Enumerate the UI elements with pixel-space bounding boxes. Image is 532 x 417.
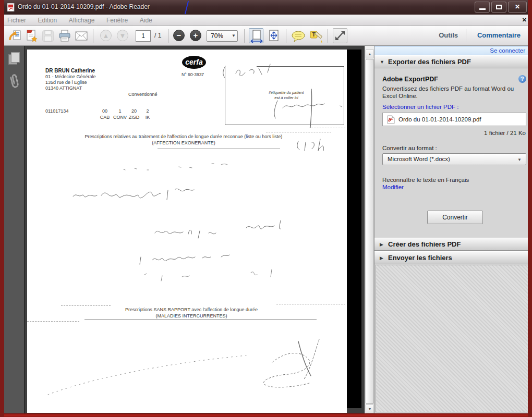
- scan-edge-black-strip: [347, 50, 361, 408]
- sign-in-link[interactable]: Se connecter: [490, 47, 525, 54]
- section-create-pdf[interactable]: ▶ Créer des fichiers PDF: [374, 238, 532, 251]
- page-total-label: / 1: [154, 32, 161, 39]
- next-page-button[interactable]: ▼: [117, 30, 128, 41]
- section-send-files[interactable]: ▶ Envoyer les fichiers: [374, 251, 532, 264]
- fit-width-button[interactable]: [249, 28, 263, 43]
- attachments-button[interactable]: [5, 71, 23, 92]
- menubar-close-icon[interactable]: ✕: [522, 17, 527, 23]
- toolbar-separator: [93, 29, 93, 43]
- pdf-app-icon: [7, 3, 15, 11]
- chevron-down-icon: ▼: [232, 33, 236, 38]
- svg-text:T: T: [312, 32, 315, 38]
- scroll-up-button[interactable]: ▲: [366, 50, 374, 58]
- fit-width-icon: [250, 29, 263, 43]
- title-bar: Ordo du 01-01-2014-10209.pdf - Adobe Rea…: [0, 0, 532, 15]
- ocr-language-label: Reconnaître le texte en Français: [382, 177, 469, 183]
- file-meta: 1 fichier / 21 Ko: [484, 130, 526, 136]
- page-thumbnails-button[interactable]: [7, 51, 22, 67]
- expand-icon: ▶: [380, 242, 383, 247]
- format-value: Microsoft Word (*.docx): [388, 156, 450, 162]
- minus-icon: −: [174, 30, 184, 41]
- email-button[interactable]: [75, 30, 88, 42]
- maximize-icon: [496, 5, 502, 9]
- expand-icon: ▶: [380, 255, 383, 261]
- sign-in-bar: Se connecter: [374, 46, 532, 55]
- fullscreen-button[interactable]: [333, 28, 347, 43]
- convert-button[interactable]: Convertir: [427, 211, 483, 224]
- document-pane: DR BRUN Catherine 01 - Médecine Générale…: [26, 46, 365, 413]
- zoom-level-combobox[interactable]: 70% ▼: [207, 30, 238, 42]
- create-pdf-button[interactable]: [25, 29, 38, 43]
- menu-bar: Fichier Edition Affichage Fenêtre Aide ✕: [0, 15, 532, 26]
- minimize-icon: [479, 8, 486, 10]
- exportpdf-description: Convertissez des fichiers PDF au format …: [382, 85, 514, 92]
- menu-aide[interactable]: Aide: [140, 15, 152, 26]
- comment-bubble-button[interactable]: [291, 30, 306, 43]
- modify-link[interactable]: Modifier: [382, 184, 404, 190]
- close-button[interactable]: ✕: [508, 2, 527, 13]
- format-dropdown[interactable]: Microsoft Word (*.docx) ▼: [382, 153, 526, 165]
- toolbar-separator: [328, 29, 328, 43]
- section-export-pdf[interactable]: ▼ Exporter des fichiers PDF: [374, 55, 532, 68]
- selected-file-name: Ordo du 01-01-2014-10209.pdf: [398, 116, 481, 122]
- vertical-scrollbar[interactable]: ▲ ▼: [365, 46, 374, 413]
- menu-affichage[interactable]: Affichage: [69, 15, 95, 26]
- section-export-label: Exporter des fichiers PDF: [388, 58, 471, 66]
- pages-icon: [11, 52, 20, 63]
- scrollbar-thumb[interactable]: [366, 59, 374, 404]
- page-number-input[interactable]: 1: [136, 30, 151, 42]
- menu-fenetre[interactable]: Fenêtre: [106, 15, 128, 26]
- chevron-down-icon: ▼: [517, 157, 522, 162]
- format-label: Convertir au format :: [382, 145, 437, 151]
- empty-panel-hatch: [376, 265, 531, 412]
- pdf-page[interactable]: DR BRUN Catherine 01 - Médecine Générale…: [27, 50, 347, 413]
- open-file-button[interactable]: [8, 29, 22, 43]
- fit-page-icon: [267, 29, 281, 43]
- minimize-button[interactable]: [475, 2, 490, 13]
- zoom-out-button[interactable]: −: [173, 30, 185, 41]
- highlight-text-button[interactable]: T: [309, 30, 323, 43]
- window-border: [528, 219, 532, 248]
- pdf-file-icon: [387, 115, 395, 124]
- zoom-in-button[interactable]: +: [190, 30, 201, 41]
- zoom-level-value: 70%: [211, 32, 223, 40]
- selected-file-item[interactable]: Ordo du 01-01-2014-10209.pdf: [382, 113, 526, 126]
- collapse-icon: ▼: [380, 59, 384, 65]
- section-create-label: Créer des fichiers PDF: [388, 240, 461, 248]
- navigation-sidebar: [4, 46, 25, 413]
- close-icon: ✕: [515, 3, 520, 10]
- maximize-button[interactable]: [491, 2, 506, 13]
- toolbar-separator: [466, 29, 466, 43]
- menu-fichier[interactable]: Fichier: [7, 15, 26, 26]
- save-button[interactable]: [41, 29, 55, 43]
- fit-page-button[interactable]: [267, 28, 281, 43]
- adobe-reader-window: Ordo du 01-01-2014-10209.pdf - Adobe Rea…: [0, 0, 532, 417]
- window-border: [528, 248, 532, 284]
- tab-outils[interactable]: Outils: [439, 31, 458, 39]
- toolbar-separator: [286, 29, 286, 43]
- toolbar: ▲ ▼ 1 / 1 − + 70% ▼: [0, 26, 532, 46]
- toolbar-separator: [244, 29, 245, 43]
- window-border: [528, 198, 532, 219]
- scroll-up-icon: ▲: [368, 52, 372, 56]
- window-title: Ordo du 01-01-2014-10209.pdf - Adobe Rea…: [18, 3, 150, 10]
- section-send-label: Envoyer les fichiers: [388, 254, 452, 262]
- scroll-down-button[interactable]: ▼: [366, 404, 374, 413]
- handwriting-overlay: [27, 50, 347, 413]
- expand-arrows-icon: [333, 29, 347, 43]
- scroll-down-icon: ▼: [368, 407, 372, 411]
- menu-edition[interactable]: Edition: [38, 15, 57, 26]
- export-panel-body: Adobe ExportPDF ? Convertissez des fichi…: [374, 69, 532, 238]
- window-border: [0, 413, 532, 417]
- select-pdf-link[interactable]: Sélectionner un fichier PDF :: [382, 104, 458, 110]
- tools-panel: Se connecter ▼ Exporter des fichiers PDF…: [374, 46, 532, 413]
- print-button[interactable]: [58, 29, 71, 43]
- tab-commentaire[interactable]: Commentaire: [477, 31, 521, 39]
- plus-icon: +: [190, 30, 201, 41]
- help-icon[interactable]: ?: [518, 75, 526, 83]
- exportpdf-description2: Excel Online.: [382, 93, 418, 99]
- previous-page-button[interactable]: ▲: [100, 30, 112, 41]
- pen-stroke-artifact: [185, 1, 189, 14]
- toolbar-separator: [168, 29, 168, 43]
- window-border: [528, 334, 532, 357]
